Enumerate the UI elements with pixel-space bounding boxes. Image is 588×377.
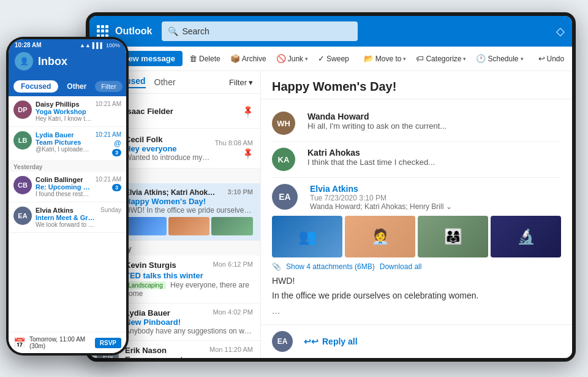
- sweep-button[interactable]: ✓ Sweep: [314, 51, 353, 66]
- main-email-card: EA Elvia Atkins Tue 7/23/2020 3:10 PM Wa…: [272, 178, 561, 322]
- pin-icon: 📌: [241, 104, 255, 118]
- phone-email-list: DP Daisy Phillips Yoga Workshop Hey Katr…: [9, 96, 126, 332]
- phone-tab-focused[interactable]: Focused: [13, 80, 58, 93]
- archive-button[interactable]: 📦 Archive: [226, 51, 271, 66]
- filter-caret: ▾: [249, 78, 253, 87]
- main-email-time: Tue 7/23/2020 3:10 PM: [310, 194, 561, 202]
- phone-user-avatar: 👤: [15, 52, 33, 70]
- filter-button[interactable]: Filter ▾: [229, 78, 253, 87]
- phone-list-item[interactable]: DP Daisy Phillips Yoga Workshop Hey Katr…: [9, 96, 126, 127]
- sender-name: Kevin Sturgis: [125, 261, 176, 270]
- sender-name: Daisy Phillips: [36, 101, 92, 108]
- photo-content: 👨‍👩‍👧: [418, 216, 488, 257]
- time-badge: 10:21 AM 3: [96, 176, 121, 191]
- recipient-name: Katri Ahokas: [307, 148, 561, 158]
- apps-grid-icon[interactable]: [97, 25, 109, 37]
- main-email-to: Wanda Howard; Katri Ahokas; Henry Brill …: [310, 202, 561, 211]
- email-subject: TED talks this winter: [125, 270, 253, 281]
- category-tag: Landscaping: [125, 281, 166, 289]
- phone-tabs: Focused Other Filter: [9, 77, 126, 96]
- phone-status-icons: ▲▲ ▌▌▌ 100%: [80, 42, 120, 48]
- junk-icon: 🚫: [276, 54, 286, 63]
- search-box[interactable]: 🔍 Search: [162, 21, 358, 41]
- sender-name: Isaac Fielder: [125, 107, 173, 116]
- phone-list-item[interactable]: LB Lydia Bauer Team Pictures @Katri, I u…: [9, 127, 126, 161]
- schedule-button[interactable]: 🕐 Schedule ▾: [472, 51, 527, 66]
- subject-text: TED talks this winter: [125, 271, 203, 280]
- email-photo-attachments: 👥 🧑‍💼 👨‍👩‍👧 🔬: [272, 216, 561, 257]
- email-preview: Hey Katri, I know this is last minute, d…: [36, 115, 92, 122]
- email-subject: Hey everyone: [125, 144, 211, 153]
- phone-tab-other[interactable]: Other: [62, 80, 91, 93]
- email-preview: We look forward to welcoming our fall in…: [36, 221, 97, 228]
- email-subject: New Pinboard!: [125, 318, 253, 327]
- cat-caret: ▾: [463, 56, 466, 62]
- reading-pane-body: WH Wanda Howard Hi all, I'm writing to a…: [261, 99, 572, 324]
- email-subject: Team Pictures: [36, 139, 92, 146]
- more-options-button[interactable]: •••: [570, 52, 572, 66]
- outlook-toolbar: ☰ New message 🗑 Delete 📦 Archive 🚫 Junk …: [89, 47, 572, 71]
- email-time: 3:10 PM: [227, 188, 253, 197]
- move-caret: ▾: [403, 56, 406, 62]
- junk-button[interactable]: 🚫 Junk ▾: [272, 51, 312, 66]
- delete-icon: 🗑: [189, 54, 197, 63]
- categorize-button[interactable]: 🏷 Categorize ▾: [412, 51, 470, 66]
- photo-content: 🔬: [491, 216, 561, 257]
- phone-status-bar: 10:28 AM ▲▲ ▌▌▌ 100%: [9, 39, 126, 50]
- avatar: EA: [272, 184, 298, 210]
- email-preview: HWD! In the office we pride ourselves on: [125, 206, 253, 215]
- avatar: CB: [13, 176, 32, 194]
- reply-all-button[interactable]: ↩↩ Reply all: [304, 337, 358, 346]
- recipient-info: Katri Ahokas I think that the Last time …: [307, 148, 561, 167]
- junk-caret: ▾: [305, 56, 308, 62]
- sweep-label: Sweep: [326, 55, 349, 63]
- phone-time: 10:28 AM: [15, 42, 42, 48]
- phone-list-item[interactable]: CB Colin Ballinger Re: Upcoming Trip I f…: [9, 172, 126, 202]
- avatar: DP: [13, 101, 32, 119]
- email-info: Isaac Fielder: [125, 105, 243, 116]
- phone-tomorrow-bar: 📅 Tomorrow, 11:00 AM (30m) RSVP: [9, 332, 126, 353]
- email-info: Kevin Sturgis Mon 6:12 PM TED talks this…: [125, 261, 253, 298]
- phone-inbox-row: 👤 Inbox: [15, 52, 120, 70]
- sched-caret: ▾: [521, 56, 524, 62]
- email-meta: Thu 8:08 AM 📌: [211, 139, 253, 158]
- phone-list-item[interactable]: EA Elvia Atkins Intern Meet & Greet We l…: [9, 202, 126, 233]
- email-info: Elvia Atkins; Katri Ahokas; Wanda Howard…: [125, 188, 253, 235]
- email-time: 10:21 AM: [96, 101, 121, 107]
- recipient-card: KA Katri Ahokas I think that the Last ti…: [272, 142, 561, 178]
- time-badge: 10:21 AM: [96, 101, 121, 107]
- tab-other[interactable]: Other: [154, 77, 176, 87]
- expand-recipients-icon: ⌄: [446, 202, 452, 211]
- schedule-icon: 🕐: [476, 54, 486, 63]
- attachments-row: 📎 Show 4 attachments (6MB) Download all: [272, 262, 561, 271]
- main-email-header: EA Elvia Atkins Tue 7/23/2020 3:10 PM Wa…: [272, 184, 561, 211]
- tomorrow-event-text: Tomorrow, 11:00 AM (30m): [29, 336, 91, 349]
- photo-thumb: [125, 217, 167, 235]
- email-subject: Re: Upcoming Trip: [36, 183, 92, 191]
- sweep-icon: ✓: [318, 54, 325, 63]
- show-attachments-link[interactable]: Show 4 attachments (6MB): [286, 262, 375, 271]
- outlook-header: Outlook 🔍 Search ◇: [89, 16, 572, 47]
- premium-icon: ◇: [556, 25, 565, 38]
- categorize-icon: 🏷: [416, 54, 424, 63]
- download-all-link[interactable]: Download all: [380, 262, 422, 271]
- email-time: Mon 6:12 PM: [213, 261, 253, 270]
- photo-thumb: [168, 217, 210, 235]
- filter-label: Filter: [229, 78, 247, 87]
- email-preview: Wanted to introduce myself, I'm the new …: [125, 153, 211, 162]
- avatar: KA: [272, 148, 295, 171]
- email-content: Elvia Atkins Intern Meet & Greet We look…: [36, 207, 97, 228]
- delete-button[interactable]: 🗑 Delete: [185, 51, 225, 66]
- photo-3: 👨‍👩‍👧: [418, 216, 488, 257]
- phone-filter-button[interactable]: Filter: [95, 81, 122, 92]
- time-badge: Sunday: [100, 207, 121, 213]
- phone-inbox-title: Inbox: [38, 55, 67, 68]
- rsvp-button[interactable]: RSVP: [95, 338, 121, 348]
- undo-button[interactable]: ↩ Undo: [534, 51, 569, 66]
- time-badge: 10:21 AM @ 3: [96, 131, 121, 156]
- move-to-button[interactable]: 📂 Move to ▾: [360, 51, 411, 66]
- move-icon: 📂: [364, 54, 374, 63]
- email-body-ellipsis: ...: [272, 305, 561, 316]
- email-subject: Happy Women's Day!: [125, 197, 253, 206]
- email-time: Mon 4:02 PM: [213, 308, 253, 318]
